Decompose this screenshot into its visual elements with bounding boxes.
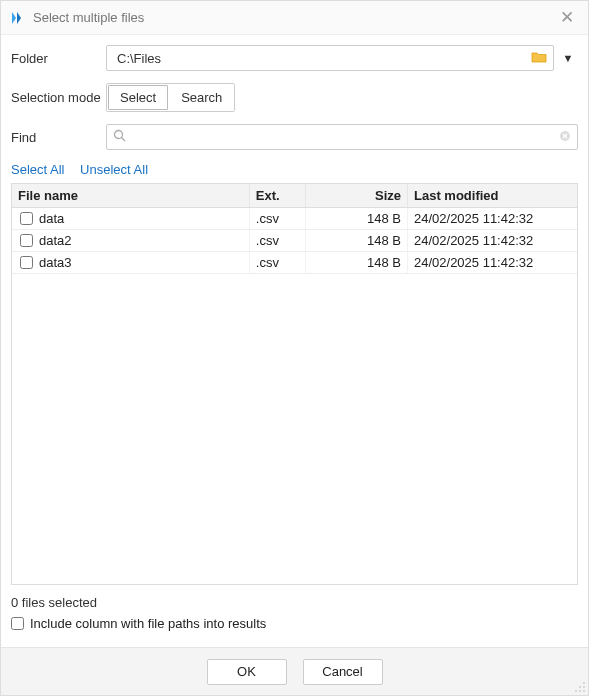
select-files-dialog: Select multiple files ✕ Folder ▼ Selecti… (0, 0, 589, 696)
folder-label: Folder (11, 51, 106, 66)
include-paths-label: Include column with file paths into resu… (30, 616, 266, 631)
find-input-wrap[interactable] (106, 124, 578, 150)
table-row[interactable]: data.csv148 B24/02/2025 11:42:32 (12, 208, 577, 230)
mode-search-button[interactable]: Search (169, 84, 234, 111)
file-ext: .csv (249, 230, 306, 252)
file-ext: .csv (249, 208, 306, 230)
file-modified: 24/02/2025 11:42:32 (407, 208, 577, 230)
file-modified: 24/02/2025 11:42:32 (407, 252, 577, 274)
dialog-body: Folder ▼ Selection mode Select Search Fi… (1, 35, 588, 647)
table-header-row: File name Ext. Size Last modified (12, 184, 577, 208)
table-row[interactable]: data3.csv148 B24/02/2025 11:42:32 (12, 252, 577, 274)
find-input[interactable] (130, 129, 559, 146)
row-checkbox[interactable] (20, 256, 33, 269)
file-modified: 24/02/2025 11:42:32 (407, 230, 577, 252)
file-ext: .csv (249, 252, 306, 274)
search-icon (113, 129, 126, 145)
file-name: data (39, 211, 64, 226)
svg-point-6 (583, 690, 585, 692)
col-header-ext[interactable]: Ext. (249, 184, 306, 208)
file-name: data2 (39, 233, 72, 248)
file-table-wrap: File name Ext. Size Last modified data.c… (11, 183, 578, 585)
svg-point-7 (579, 690, 581, 692)
selection-mode-label: Selection mode (11, 90, 106, 105)
clear-icon[interactable] (559, 130, 571, 145)
file-size: 148 B (306, 230, 408, 252)
resize-grip-icon[interactable] (574, 681, 586, 693)
find-row: Find (11, 124, 578, 150)
mode-select-button[interactable]: Select (108, 85, 168, 110)
dialog-title: Select multiple files (33, 10, 554, 25)
selection-mode-row: Selection mode Select Search (11, 83, 578, 112)
dialog-footer: OK Cancel (1, 647, 588, 695)
find-label: Find (11, 130, 106, 145)
svg-point-4 (583, 686, 585, 688)
file-size: 148 B (306, 252, 408, 274)
svg-point-0 (115, 131, 123, 139)
include-paths-row: Include column with file paths into resu… (11, 616, 578, 637)
status-text: 0 files selected (11, 585, 578, 616)
selection-mode-toggle: Select Search (106, 83, 235, 112)
col-header-size[interactable]: Size (306, 184, 408, 208)
folder-icon[interactable] (529, 50, 549, 67)
file-size: 148 B (306, 208, 408, 230)
folder-input-wrap[interactable] (106, 45, 554, 71)
table-row[interactable]: data2.csv148 B24/02/2025 11:42:32 (12, 230, 577, 252)
svg-point-5 (579, 686, 581, 688)
folder-row: Folder ▼ (11, 45, 578, 71)
app-logo-icon (9, 10, 25, 26)
svg-line-1 (122, 138, 126, 142)
ok-button[interactable]: OK (207, 659, 287, 685)
folder-input[interactable] (115, 50, 529, 67)
row-checkbox[interactable] (20, 212, 33, 225)
select-all-link[interactable]: Select All (11, 162, 64, 177)
include-paths-checkbox[interactable] (11, 617, 24, 630)
svg-point-3 (583, 682, 585, 684)
row-checkbox[interactable] (20, 234, 33, 247)
col-header-name[interactable]: File name (12, 184, 249, 208)
cancel-button[interactable]: Cancel (303, 659, 383, 685)
col-header-modified[interactable]: Last modified (407, 184, 577, 208)
file-table: File name Ext. Size Last modified data.c… (12, 184, 577, 274)
unselect-all-link[interactable]: Unselect All (80, 162, 148, 177)
titlebar: Select multiple files ✕ (1, 1, 588, 35)
chevron-down-icon[interactable]: ▼ (558, 52, 578, 64)
close-icon[interactable]: ✕ (554, 7, 580, 28)
svg-point-8 (575, 690, 577, 692)
selection-links: Select All Unselect All (11, 162, 578, 177)
file-name: data3 (39, 255, 72, 270)
